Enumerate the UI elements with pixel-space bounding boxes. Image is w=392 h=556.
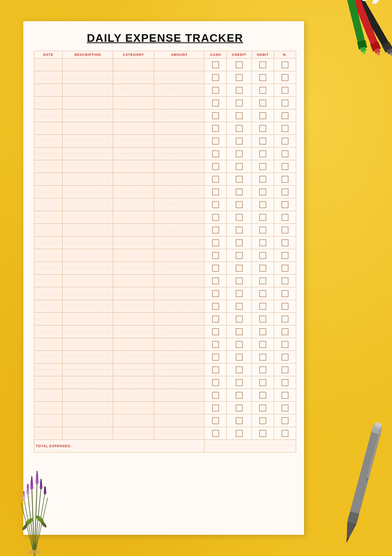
date-cell[interactable] <box>34 275 63 287</box>
credit-cell[interactable] <box>226 135 252 147</box>
debit-cell[interactable] <box>252 97 274 109</box>
notes-cell[interactable] <box>274 414 296 427</box>
category-cell[interactable] <box>113 376 154 389</box>
notes-cell[interactable] <box>274 160 296 173</box>
description-cell[interactable] <box>63 186 113 198</box>
credit-cell[interactable] <box>226 300 252 313</box>
description-cell[interactable] <box>63 402 113 414</box>
date-cell[interactable] <box>34 402 63 414</box>
debit-cell[interactable] <box>252 351 274 364</box>
category-cell[interactable] <box>113 97 154 109</box>
date-cell[interactable] <box>34 325 63 338</box>
amount-cell[interactable] <box>154 351 204 364</box>
description-cell[interactable] <box>63 71 113 84</box>
amount-cell[interactable] <box>154 84 204 97</box>
debit-cell[interactable] <box>252 236 274 249</box>
date-cell[interactable] <box>34 147 63 160</box>
cash-checkbox[interactable] <box>212 138 219 145</box>
cash-cell[interactable] <box>204 224 226 236</box>
table-row[interactable] <box>34 71 296 84</box>
credit-checkbox[interactable] <box>236 201 243 208</box>
notes-cell[interactable] <box>274 275 296 287</box>
debit-cell[interactable] <box>252 275 274 287</box>
category-cell[interactable] <box>113 147 154 160</box>
amount-cell[interactable] <box>154 313 204 325</box>
amount-cell[interactable] <box>154 402 204 414</box>
credit-checkbox[interactable] <box>236 405 243 411</box>
credit-checkbox[interactable] <box>236 354 243 361</box>
debit-checkbox[interactable] <box>259 138 266 145</box>
debit-cell[interactable] <box>252 338 274 351</box>
debit-cell[interactable] <box>252 211 274 224</box>
description-cell[interactable] <box>63 389 113 402</box>
notes-checkbox[interactable] <box>282 87 288 94</box>
cash-cell[interactable] <box>204 376 226 389</box>
notes-checkbox[interactable] <box>282 74 288 81</box>
table-row[interactable] <box>34 376 296 389</box>
category-cell[interactable] <box>113 389 154 402</box>
debit-cell[interactable] <box>252 135 274 147</box>
table-row[interactable] <box>34 351 296 364</box>
debit-checkbox[interactable] <box>259 201 266 208</box>
cash-cell[interactable] <box>204 84 226 97</box>
credit-cell[interactable] <box>226 109 252 122</box>
description-cell[interactable] <box>63 376 113 389</box>
notes-checkbox[interactable] <box>282 61 288 68</box>
notes-cell[interactable] <box>274 122 296 135</box>
notes-cell[interactable] <box>274 325 296 338</box>
cash-cell[interactable] <box>204 364 226 376</box>
table-row[interactable] <box>34 402 296 414</box>
notes-cell[interactable] <box>274 84 296 97</box>
debit-cell[interactable] <box>252 122 274 135</box>
cash-checkbox[interactable] <box>212 201 219 208</box>
debit-cell[interactable] <box>252 287 274 300</box>
debit-checkbox[interactable] <box>259 316 266 322</box>
table-row[interactable] <box>34 364 296 376</box>
debit-checkbox[interactable] <box>259 150 266 157</box>
date-cell[interactable] <box>34 262 63 275</box>
amount-cell[interactable] <box>154 389 204 402</box>
notes-cell[interactable] <box>274 338 296 351</box>
amount-cell[interactable] <box>154 249 204 262</box>
debit-checkbox[interactable] <box>259 379 266 386</box>
amount-cell[interactable] <box>154 236 204 249</box>
credit-cell[interactable] <box>226 211 252 224</box>
debit-cell[interactable] <box>252 313 274 325</box>
cash-cell[interactable] <box>204 211 226 224</box>
category-cell[interactable] <box>113 198 154 211</box>
credit-cell[interactable] <box>226 287 252 300</box>
credit-checkbox[interactable] <box>236 366 243 373</box>
notes-cell[interactable] <box>274 376 296 389</box>
cash-cell[interactable] <box>204 300 226 313</box>
table-row[interactable] <box>34 325 296 338</box>
amount-cell[interactable] <box>154 186 204 198</box>
date-cell[interactable] <box>34 84 63 97</box>
notes-checkbox[interactable] <box>282 189 288 195</box>
cash-cell[interactable] <box>204 71 226 84</box>
description-cell[interactable] <box>63 275 113 287</box>
debit-checkbox[interactable] <box>259 74 266 81</box>
notes-checkbox[interactable] <box>282 328 288 335</box>
cash-checkbox[interactable] <box>212 328 219 335</box>
cash-cell[interactable] <box>204 97 226 109</box>
debit-checkbox[interactable] <box>259 405 266 411</box>
credit-checkbox[interactable] <box>236 341 243 348</box>
credit-cell[interactable] <box>226 364 252 376</box>
debit-checkbox[interactable] <box>259 125 266 132</box>
debit-cell[interactable] <box>252 300 274 313</box>
date-cell[interactable] <box>34 59 63 71</box>
date-cell[interactable] <box>34 109 63 122</box>
cash-cell[interactable] <box>204 262 226 275</box>
credit-cell[interactable] <box>226 97 252 109</box>
category-cell[interactable] <box>113 262 154 275</box>
credit-cell[interactable] <box>226 325 252 338</box>
debit-cell[interactable] <box>252 389 274 402</box>
notes-cell[interactable] <box>274 313 296 325</box>
amount-cell[interactable] <box>154 414 204 427</box>
notes-cell[interactable] <box>274 427 296 440</box>
category-cell[interactable] <box>113 71 154 84</box>
description-cell[interactable] <box>63 364 113 376</box>
table-row[interactable] <box>34 389 296 402</box>
notes-checkbox[interactable] <box>282 100 288 106</box>
credit-checkbox[interactable] <box>236 277 243 284</box>
